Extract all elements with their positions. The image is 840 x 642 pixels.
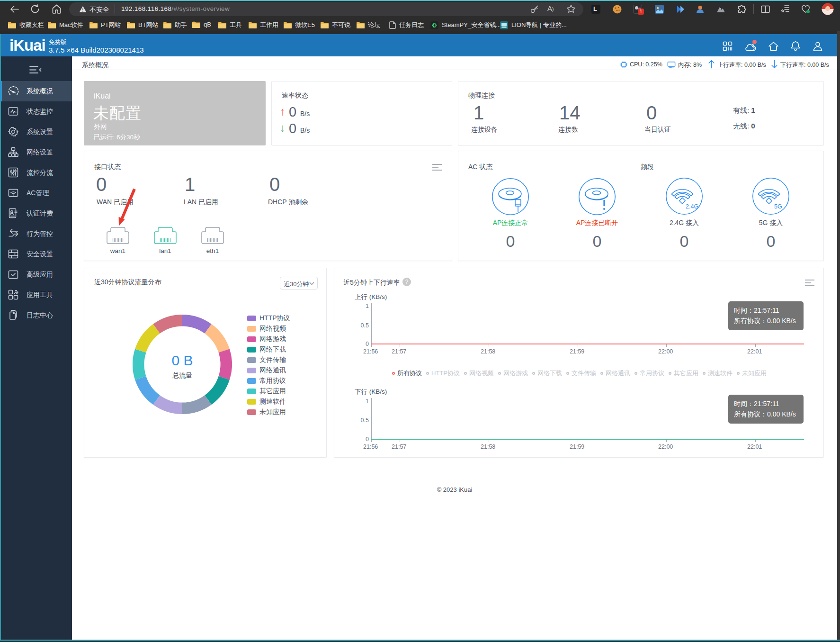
svg-text:2.4G: 2.4G — [686, 203, 698, 210]
svg-text:5G: 5G — [774, 203, 782, 210]
